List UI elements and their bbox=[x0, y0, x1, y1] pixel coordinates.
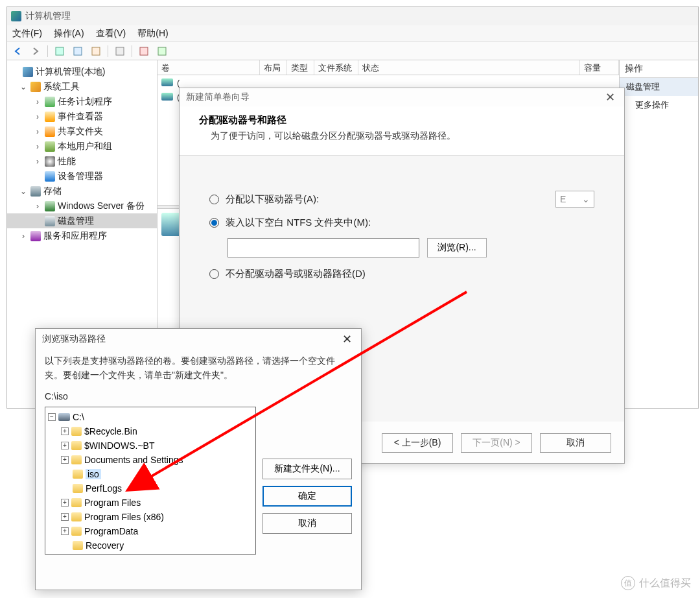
browse-path: C:\iso bbox=[36, 391, 361, 407]
col-volume[interactable]: 卷 bbox=[158, 60, 260, 75]
volume-icon bbox=[161, 78, 173, 86]
tb-icon-3[interactable] bbox=[88, 44, 104, 58]
radio-icon[interactable] bbox=[209, 195, 219, 204]
folder-icon bbox=[71, 427, 82, 436]
svg-rect-1 bbox=[74, 47, 82, 55]
tb-icon-4[interactable] bbox=[112, 44, 128, 58]
tree-folder[interactable]: +$Recycle.Bin bbox=[47, 424, 254, 438]
tree-folder[interactable]: +Program Files (x86) bbox=[47, 510, 254, 524]
cancel-button[interactable]: 取消 bbox=[540, 433, 611, 453]
menu-action[interactable]: 操作(A) bbox=[54, 28, 84, 40]
browse-close-icon[interactable]: ✕ bbox=[339, 332, 355, 346]
menu-help[interactable]: 帮助(H) bbox=[137, 28, 168, 40]
plus-icon[interactable]: + bbox=[61, 527, 69, 535]
drive-letter-combo[interactable]: E⌄ bbox=[555, 191, 594, 208]
folder-icon bbox=[71, 512, 82, 521]
action-more[interactable]: 更多操作 bbox=[620, 96, 698, 114]
app-icon bbox=[11, 11, 21, 21]
action-diskmgmt[interactable]: 磁盘管理 bbox=[620, 78, 698, 96]
svg-rect-3 bbox=[116, 47, 124, 55]
folder-tree[interactable]: −C:\ +$Recycle.Bin +$WINDOWS.~BT +Docume… bbox=[45, 407, 256, 555]
col-layout[interactable]: 布局 bbox=[260, 60, 287, 75]
tree-users[interactable]: ›本地用户和组 bbox=[7, 139, 157, 154]
wizard-subheading: 为了便于访问，可以给磁盘分区分配驱动器号或驱动器路径。 bbox=[199, 130, 605, 142]
tree-folder[interactable]: Recovery bbox=[47, 538, 254, 553]
radio-icon[interactable] bbox=[209, 218, 219, 228]
wizard-close-icon[interactable]: ✕ bbox=[602, 90, 618, 104]
svg-rect-2 bbox=[92, 47, 100, 55]
col-type[interactable]: 类型 bbox=[287, 60, 314, 75]
tree-systools[interactable]: ⌄系统工具 bbox=[7, 79, 157, 94]
folder-icon bbox=[71, 498, 82, 507]
folder-icon bbox=[71, 455, 82, 464]
browse-titlebar: 浏览驱动器路径 ✕ bbox=[36, 329, 361, 350]
col-fs[interactable]: 文件系统 bbox=[314, 60, 358, 75]
tree-folder[interactable]: +$WINDOWS.~BT bbox=[47, 438, 254, 453]
wizard-heading: 分配驱动器号和路径 bbox=[199, 114, 605, 126]
plus-icon[interactable]: + bbox=[61, 442, 69, 449]
tree-event[interactable]: ›事件查看器 bbox=[7, 109, 157, 124]
tree-folder-iso[interactable]: iso bbox=[47, 467, 254, 481]
browse-description: 以下列表是支持驱动器路径的卷。要创建驱动器路径，请选择一个空文件夹。要创建一个文… bbox=[36, 350, 361, 391]
toolbar bbox=[7, 42, 698, 60]
separator bbox=[47, 45, 48, 57]
tree-storage[interactable]: ⌄存储 bbox=[7, 184, 157, 198]
option-assign-letter[interactable]: 分配以下驱动器号(A): E⌄ bbox=[209, 191, 594, 208]
mount-row: 浏览(R)... bbox=[228, 238, 594, 257]
folder-icon bbox=[71, 527, 82, 536]
grid-header: 卷 布局 类型 文件系统 状态 容量 bbox=[158, 60, 619, 75]
chevron-down-icon: ⌄ bbox=[582, 194, 590, 204]
folder-icon bbox=[73, 484, 83, 493]
cancel-button[interactable]: 取消 bbox=[262, 513, 352, 534]
tree-share[interactable]: ›共享文件夹 bbox=[7, 124, 157, 139]
ok-button[interactable]: 确定 bbox=[262, 486, 352, 507]
titlebar: 计算机管理 bbox=[7, 7, 698, 25]
tree-folder[interactable]: +Documents and Settings bbox=[47, 453, 254, 467]
col-status[interactable]: 状态 bbox=[358, 60, 580, 75]
folder-icon bbox=[71, 441, 82, 450]
tree-root[interactable]: 计算机管理(本地) bbox=[7, 64, 157, 79]
back-button[interactable] bbox=[10, 44, 25, 58]
option-mount-folder[interactable]: 装入以下空白 NTFS 文件夹中(M): bbox=[209, 217, 594, 229]
next-button[interactable]: 下一页(N) > bbox=[461, 433, 532, 453]
watermark: 值 什么值得买 bbox=[621, 576, 691, 590]
plus-icon[interactable]: + bbox=[61, 456, 69, 464]
tree-task[interactable]: ›任务计划程序 bbox=[7, 94, 157, 109]
tree-folder[interactable]: +ProgramData bbox=[47, 524, 254, 538]
mount-path-input[interactable] bbox=[228, 238, 419, 257]
tb-icon-5[interactable] bbox=[136, 44, 152, 58]
tree-wsbackup[interactable]: ›Windows Server 备份 bbox=[7, 198, 157, 213]
tb-icon-2[interactable] bbox=[70, 44, 86, 58]
action-pane: 操作 磁盘管理 更多操作 bbox=[619, 60, 698, 408]
browse-title: 浏览驱动器路径 bbox=[42, 333, 106, 345]
menu-view[interactable]: 查看(V) bbox=[96, 28, 126, 40]
wizard-title: 新建简单卷向导 bbox=[186, 91, 250, 103]
tb-icon-1[interactable] bbox=[52, 44, 67, 58]
tree-folder[interactable]: +Program Files bbox=[47, 496, 254, 510]
menu-file[interactable]: 文件(F) bbox=[12, 28, 42, 40]
drive-icon bbox=[58, 413, 70, 421]
tree-devmgr[interactable]: 设备管理器 bbox=[7, 169, 157, 184]
tree-perf[interactable]: ›性能 bbox=[7, 154, 157, 169]
plus-icon[interactable]: + bbox=[61, 513, 69, 521]
plus-icon[interactable]: + bbox=[61, 427, 69, 435]
radio-icon[interactable] bbox=[209, 269, 219, 279]
svg-rect-5 bbox=[158, 47, 166, 55]
action-header: 操作 bbox=[620, 60, 698, 78]
browse-dialog: 浏览驱动器路径 ✕ 以下列表是支持驱动器路径的卷。要创建驱动器路径，请选择一个空… bbox=[35, 328, 362, 590]
tree-folder[interactable]: PerfLogs bbox=[47, 481, 254, 496]
back-button[interactable]: < 上一步(B) bbox=[382, 433, 453, 453]
forward-button[interactable] bbox=[28, 44, 43, 58]
newfolder-button[interactable]: 新建文件夹(N)... bbox=[262, 459, 352, 479]
browse-button[interactable]: 浏览(R)... bbox=[427, 238, 487, 257]
volume-icon bbox=[161, 93, 173, 101]
tb-icon-6[interactable] bbox=[154, 44, 170, 58]
wizard-titlebar: 新建简单卷向导 ✕ bbox=[180, 88, 624, 106]
col-capacity[interactable]: 容量 bbox=[580, 60, 619, 75]
tree-services[interactable]: ›服务和应用程序 bbox=[7, 228, 157, 243]
minus-icon[interactable]: − bbox=[48, 413, 56, 421]
tree-diskmgmt[interactable]: 磁盘管理 bbox=[7, 213, 157, 228]
option-no-assign[interactable]: 不分配驱动器号或驱动器路径(D) bbox=[209, 268, 594, 280]
tree-drive-c[interactable]: −C:\ bbox=[47, 410, 254, 424]
plus-icon[interactable]: + bbox=[61, 499, 69, 507]
